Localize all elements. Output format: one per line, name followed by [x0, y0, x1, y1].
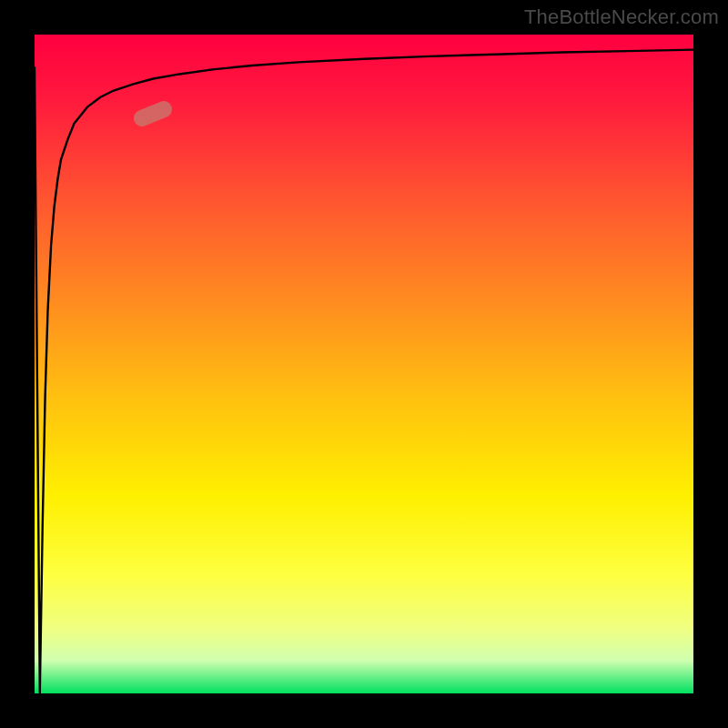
chart-gradient-background — [35, 35, 693, 693]
watermark-text: TheBottleNecker.com — [524, 5, 719, 29]
